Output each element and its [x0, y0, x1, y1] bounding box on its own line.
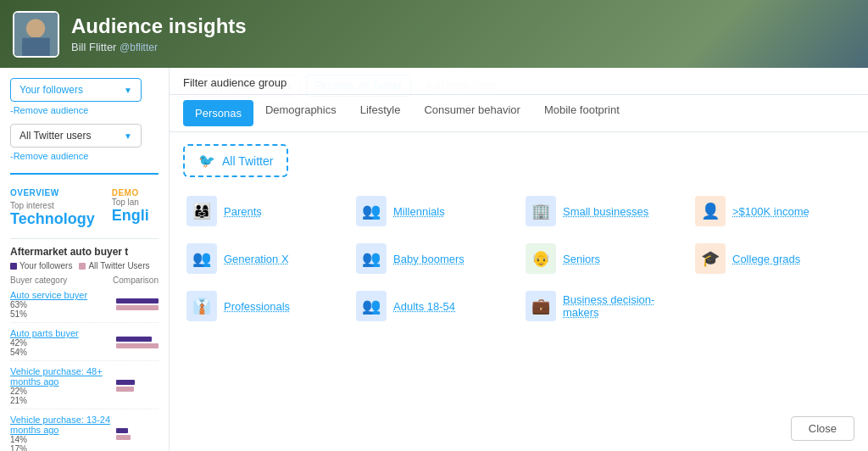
your-followers-dropdown[interactable]: Your followers ▼: [10, 78, 142, 102]
persona-icon: 👤: [695, 196, 726, 226]
persona-icon: 👥: [356, 196, 387, 226]
buyer-link[interactable]: Vehicle purchase: 48+ months ago: [10, 366, 116, 387]
buyer-label: Auto parts buyer 42% 54%: [10, 328, 116, 357]
overview-label: OVERVIEW: [10, 188, 95, 198]
remove-audience-link[interactable]: -Remove audience: [10, 105, 159, 115]
persona-name: Baby boomers: [393, 253, 465, 265]
all-twitter-button[interactable]: 🐦 All Twitter: [183, 144, 288, 177]
all-twitter-label: All Twitter: [222, 154, 273, 168]
main-layout: Your followers ▼ -Remove audience All Tw…: [0, 68, 868, 451]
top-lang-label: Top lan: [112, 198, 159, 207]
persona-item[interactable]: 🏢 Small businesses: [522, 192, 685, 230]
buyer-pct2: 17%: [10, 444, 116, 451]
persona-item[interactable]: 👥 Adults 18-54: [353, 287, 515, 325]
persona-icon: 👥: [356, 291, 387, 321]
tab-consumer-behavior[interactable]: Consumer behavior: [412, 95, 531, 131]
filter-group-title: Filter audience group: [170, 68, 868, 95]
persona-icon: 👥: [356, 243, 387, 274]
persona-item[interactable]: 👥 Generation X: [183, 240, 346, 277]
svg-rect-4: [22, 37, 49, 55]
persona-icon: 🏢: [526, 196, 556, 226]
persona-name: Generation X: [224, 253, 289, 265]
buyer-row: Vehicle purchase: 13-24 months ago 14% 1…: [10, 415, 159, 451]
all-twitter-users-label: All Twitter users: [19, 130, 91, 142]
persona-item[interactable]: 👥 Baby boomers: [353, 240, 515, 277]
persona-item[interactable]: 🎓 College grads: [692, 240, 854, 277]
col-headers: Buyer category Comparison: [10, 276, 159, 285]
demo-label: DEMO: [112, 188, 159, 198]
personas-content: 🐦 All Twitter 👨‍👩‍👧 Parents 👥 Millennial…: [170, 132, 868, 451]
persona-name: >$100K income: [732, 205, 810, 218]
bar-container: [116, 428, 159, 440]
persona-icon: 👨‍👩‍👧: [186, 196, 217, 226]
remove-audience-link-2[interactable]: -Remove audience: [10, 151, 159, 161]
buyer-label: Vehicle purchase: 48+ months ago 22% 21%: [10, 366, 116, 405]
persona-name: College grads: [732, 253, 800, 265]
user-handle: @bflitter: [120, 42, 158, 53]
top-interest-value: Technology: [10, 210, 95, 228]
buyer-row: Vehicle purchase: 48+ months ago 22% 21%: [10, 366, 159, 409]
top-lang-value: Engli: [112, 207, 159, 225]
persona-item[interactable]: 💼 Business decision-makers: [522, 287, 685, 325]
buyer-rows: Auto service buyer 63% 51% Auto parts bu…: [10, 290, 159, 451]
buyer-pct2: 54%: [10, 348, 116, 357]
chevron-down-icon: ▼: [124, 86, 132, 95]
buyer-label: Auto service buyer 63% 51%: [10, 290, 116, 319]
tab-demographics[interactable]: Demographics: [253, 95, 348, 131]
auto-buyer-title: Aftermarket auto buyer t: [10, 238, 159, 258]
avatar: [13, 11, 59, 58]
avatar-image: [14, 13, 58, 56]
top-interest-label: Top interest: [10, 201, 95, 210]
legend-followers: Your followers: [10, 261, 72, 270]
chevron-down-icon-2: ▼: [124, 131, 132, 141]
your-followers-label: Your followers: [19, 84, 83, 96]
persona-tabs: Personas Demographics Lifestyle Consumer…: [170, 95, 868, 132]
persona-name: Seniors: [563, 253, 600, 265]
legend-dot-blue: [10, 263, 17, 270]
left-panel: Your followers ▼ -Remove audience All Tw…: [0, 68, 170, 451]
bar-purple: [116, 337, 152, 342]
bar-container: [116, 337, 159, 348]
persona-item[interactable]: 👴 Seniors: [522, 240, 685, 277]
page-title: Audience insights: [71, 14, 247, 38]
right-panel: Country: United States Persona: All Twit…: [170, 68, 868, 451]
tab-personas[interactable]: Personas: [183, 100, 253, 126]
buyer-pct1: 42%: [10, 338, 116, 348]
all-twitter-users-dropdown[interactable]: All Twitter users ▼: [10, 124, 142, 148]
user-name: Bill Flitter: [71, 41, 116, 53]
bar-purple: [116, 380, 135, 385]
bar-purple: [116, 298, 159, 303]
header: Audience insights Bill Flitter @bflitter: [0, 0, 868, 68]
buyer-link[interactable]: Vehicle purchase: 13-24 months ago: [10, 415, 116, 435]
bar-container: [116, 298, 159, 310]
col-comparison-label: Comparison: [99, 276, 159, 285]
buyer-label: Vehicle purchase: 13-24 months ago 14% 1…: [10, 415, 116, 451]
svg-point-3: [27, 19, 44, 36]
bar-pink: [116, 343, 159, 348]
bar-container: [116, 380, 159, 392]
bar-pink: [116, 435, 131, 440]
tab-lifestyle[interactable]: Lifestyle: [348, 95, 413, 131]
user-info: Bill Flitter @bflitter: [71, 41, 247, 53]
buyer-link[interactable]: Auto service buyer: [10, 290, 116, 300]
buyer-pct2: 21%: [10, 396, 116, 405]
persona-grid: 👨‍👩‍👧 Parents 👥 Millennials 🏢 Small busi…: [183, 192, 854, 325]
persona-name: Professionals: [224, 300, 290, 313]
tab-mobile-footprint[interactable]: Mobile footprint: [532, 95, 632, 131]
persona-item[interactable]: 👔 Professionals: [183, 287, 346, 325]
persona-item[interactable]: 👨‍👩‍👧 Parents: [183, 192, 346, 230]
buyer-pct1: 14%: [10, 435, 116, 444]
twitter-bird-icon: 🐦: [198, 153, 215, 169]
buyer-pct1: 63%: [10, 300, 116, 309]
persona-name: Adults 18-54: [393, 300, 455, 313]
close-button[interactable]: Close: [791, 416, 854, 441]
persona-item[interactable]: 👥 Millennials: [353, 192, 515, 230]
persona-item[interactable]: 👤 >$100K income: [692, 192, 854, 230]
buyer-pct2: 51%: [10, 309, 116, 319]
persona-icon: 💼: [526, 291, 556, 321]
legend: Your followers All Twitter Users: [10, 261, 159, 270]
persona-icon: 👔: [186, 291, 217, 321]
buyer-link[interactable]: Auto parts buyer: [10, 328, 116, 338]
bar-pink: [116, 305, 159, 310]
bar-purple: [116, 428, 128, 433]
